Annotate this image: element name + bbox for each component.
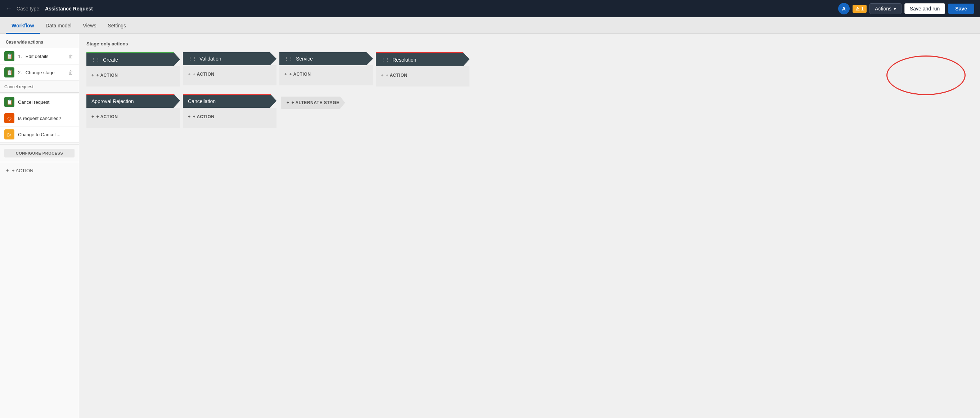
stage-action-area-resolution: + + ACTION [376, 66, 469, 86]
is-request-canceled-icon: ◇ [4, 113, 14, 123]
actions-button[interactable]: Actions ▾ [869, 3, 902, 14]
stage-row-alt: Approval Rejection + + ACTION Cancellati… [86, 94, 973, 128]
avatar-button[interactable]: A [838, 3, 850, 14]
stage-service: ⋮⋮ Service + + ACTION [279, 52, 373, 85]
add-action-create-button[interactable]: + + ACTION [91, 71, 118, 79]
plus-icon: ＋ [5, 167, 10, 174]
stage-action-area-approval-rejection: + + ACTION [86, 108, 180, 128]
case-type-name: Assistance Request [45, 6, 93, 11]
case-wide-actions-title: Case wide actions [0, 40, 79, 48]
stage-row-top: ⋮⋮ Create + + ACTION ⋮⋮ Validation [86, 52, 973, 86]
cancel-group-label: Cancel request [0, 81, 79, 91]
stage-label-create: Create [103, 57, 118, 63]
stage-header-cancellation[interactable]: Cancellation [183, 94, 277, 108]
stages-label: Stage-only actions [86, 41, 973, 46]
tab-views[interactable]: Views [77, 18, 102, 34]
tab-settings[interactable]: Settings [102, 18, 132, 34]
grip-icon: ⋮⋮ [285, 56, 293, 61]
list-item[interactable]: ◇ Is request canceled? [0, 110, 79, 126]
stage-approval-rejection: Approval Rejection + + ACTION [86, 94, 180, 128]
plus-icon: + [188, 114, 191, 119]
add-action-label: + ACTION [97, 114, 118, 119]
alternate-stage-container: + + ALTERNATE STAGE [281, 94, 345, 109]
stage-label-approval-rejection: Approval Rejection [91, 98, 134, 104]
tab-data-model[interactable]: Data model [40, 18, 77, 34]
action-label: Cancel request [18, 99, 75, 105]
right-panel: Stage-only actions ⋮⋮ Create + + ACTION [79, 34, 980, 418]
stage-header-approval-rejection[interactable]: Approval Rejection [86, 94, 180, 108]
tab-workflow[interactable]: Workflow [6, 18, 40, 34]
add-action-label: + ACTION [193, 72, 215, 77]
cancel-request-icon: 📋 [4, 97, 14, 107]
chevron-down-icon: ▾ [894, 6, 896, 11]
warning-icon: ⚠ [856, 6, 860, 11]
save-button[interactable]: Save [948, 3, 974, 14]
add-action-validation-button[interactable]: + + ACTION [188, 70, 214, 78]
back-button[interactable]: ← [6, 5, 12, 13]
plus-icon: + [188, 72, 191, 77]
add-action-label: + ACTION [386, 73, 407, 78]
action-label: Is request canceled? [18, 116, 75, 121]
grip-icon: ⋮⋮ [91, 57, 100, 62]
stage-label-resolution: Resolution [393, 57, 416, 63]
left-panel: Case wide actions 📋 1. Edit details 🗑 📋 … [0, 34, 79, 418]
stage-label-service: Service [296, 56, 313, 62]
case-type-label: Case type: [17, 6, 41, 11]
list-item[interactable]: 📋 Cancel request [0, 94, 79, 110]
action-label: Edit details [25, 54, 63, 59]
action-number: 2. [18, 70, 22, 75]
stage-cancellation: Cancellation + + ACTION [183, 94, 277, 128]
stage-header-service[interactable]: ⋮⋮ Service [279, 52, 373, 65]
stage-label-validation: Validation [199, 56, 221, 62]
grip-icon: ⋮⋮ [381, 57, 390, 62]
top-bar-left: ← Case type: Assistance Request [6, 5, 93, 13]
stage-action-area-service: + + ACTION [279, 65, 373, 85]
plus-icon: + [285, 72, 287, 77]
stage-header-validation[interactable]: ⋮⋮ Validation [183, 52, 277, 65]
alternate-stage-label: + ALTERNATE STAGE [292, 100, 339, 105]
stage-validation: ⋮⋮ Validation + + ACTION [183, 52, 277, 85]
divider [0, 162, 79, 162]
warning-badge-button[interactable]: ⚠ 1 [853, 5, 867, 13]
configure-process-button[interactable]: CONFIGURE PROCESS [4, 149, 75, 158]
add-action-label: + ACTION [193, 114, 215, 119]
stage-resolution: ⋮⋮ Resolution + + ACTION [376, 52, 469, 86]
action-label: Change to Cancell... [18, 132, 75, 137]
add-action-resolution-button[interactable]: + + ACTION [381, 71, 407, 79]
stage-action-area-validation: + + ACTION [183, 65, 277, 85]
action-label: Change stage [25, 70, 63, 75]
list-item[interactable]: 📋 1. Edit details 🗑 [0, 48, 79, 64]
change-stage-icon: 📋 [4, 67, 14, 78]
nav-tabs: Workflow Data model Views Settings [0, 17, 980, 34]
add-action-approval-rejection-button[interactable]: + + ACTION [91, 113, 118, 121]
stage-header-resolution[interactable]: ⋮⋮ Resolution [376, 52, 469, 66]
divider [0, 144, 79, 145]
add-action-left-button[interactable]: ＋ + ACTION [0, 164, 79, 177]
stage-action-area-cancellation: + + ACTION [183, 108, 277, 128]
stage-action-area-create: + + ACTION [86, 66, 180, 86]
top-bar: ← Case type: Assistance Request A ⚠ 1 Ac… [0, 0, 980, 17]
plus-icon: + [286, 100, 290, 105]
stage-create: ⋮⋮ Create + + ACTION [86, 52, 180, 86]
plus-icon: + [381, 73, 384, 78]
add-action-label: + ACTION [290, 72, 311, 77]
add-action-label: + ACTION [97, 73, 118, 78]
plus-icon: + [91, 114, 94, 119]
add-action-service-button[interactable]: + + ACTION [285, 70, 311, 78]
add-action-label: + ACTION [12, 168, 33, 173]
list-item[interactable]: 📋 2. Change stage 🗑 [0, 64, 79, 81]
stage-label-cancellation: Cancellation [188, 98, 216, 104]
actions-label: Actions [875, 6, 891, 11]
action-number: 1. [18, 54, 22, 59]
save-run-button[interactable]: Save and run [904, 3, 945, 14]
grip-icon: ⋮⋮ [188, 56, 197, 61]
delete-icon[interactable]: 🗑 [67, 53, 75, 60]
warning-count: 1 [861, 6, 864, 11]
add-action-cancellation-button[interactable]: + + ACTION [188, 113, 214, 121]
change-to-cancel-icon: ▷ [4, 129, 14, 139]
stage-header-create[interactable]: ⋮⋮ Create [86, 52, 180, 66]
list-item[interactable]: ▷ Change to Cancell... [0, 126, 79, 143]
delete-icon[interactable]: 🗑 [67, 69, 75, 76]
top-bar-right: A ⚠ 1 Actions ▾ Save and run Save [838, 3, 974, 14]
alternate-stage-button[interactable]: + + ALTERNATE STAGE [281, 97, 345, 109]
